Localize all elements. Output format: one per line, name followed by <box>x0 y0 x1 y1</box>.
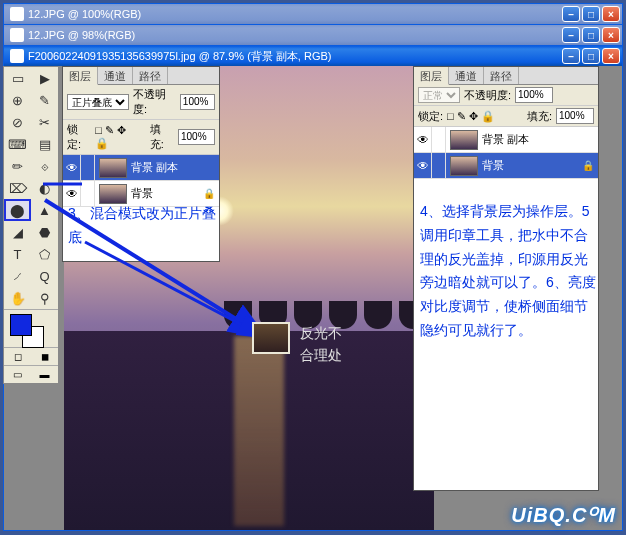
foreground-color-swatch[interactable] <box>10 314 32 336</box>
minimize-button[interactable]: – <box>562 6 580 22</box>
layer-name: 背景 副本 <box>131 160 219 175</box>
lock-icon: 🔒 <box>203 188 215 199</box>
standard-mode-icon[interactable]: ◻ <box>4 348 31 365</box>
maximize-button[interactable]: □ <box>582 27 600 43</box>
blend-mode-select[interactable]: 正片叠底 <box>67 94 129 110</box>
maximize-button[interactable]: □ <box>582 6 600 22</box>
fill-input[interactable]: 100% <box>556 108 594 124</box>
tool-20[interactable]: ✋ <box>4 287 31 309</box>
lock-icons[interactable]: □ ✎ ✥ 🔒 <box>95 124 141 150</box>
title-2: 12.JPG @ 98%(RGB) <box>28 29 562 41</box>
tab-channels[interactable]: 通道 <box>98 67 133 84</box>
layer-thumbnail <box>99 184 127 204</box>
titlebar-1[interactable]: ▦ 12.JPG @ 100%(RGB) – □ × <box>4 4 622 24</box>
tool-11[interactable]: ◐ <box>31 177 58 199</box>
tab-channels[interactable]: 通道 <box>449 67 484 84</box>
visibility-icon[interactable]: 👁 <box>63 155 81 180</box>
link-cell[interactable] <box>81 155 95 180</box>
screen-mode-2-icon[interactable]: ▬ <box>31 366 58 383</box>
lock-icon: 🔒 <box>582 160 594 171</box>
doc-icon: ▦ <box>10 28 24 42</box>
layer-name: 背景 副本 <box>482 132 598 147</box>
annotation-left: 3、混合模式改为正片叠底 <box>68 202 218 250</box>
doc-icon: ▦ <box>10 49 24 63</box>
minimize-button[interactable]: – <box>562 48 580 64</box>
visibility-icon[interactable]: 👁 <box>414 127 432 152</box>
visibility-icon[interactable]: 👁 <box>414 153 432 178</box>
tab-paths[interactable]: 路径 <box>484 67 519 84</box>
close-button[interactable]: × <box>602 27 620 43</box>
close-button[interactable]: × <box>602 6 620 22</box>
panel-tabs: 图层 通道 路径 <box>63 67 219 85</box>
close-button[interactable]: × <box>602 48 620 64</box>
screen-mode-1-icon[interactable]: ▭ <box>4 366 31 383</box>
tool-18[interactable]: ⟋ <box>4 265 31 287</box>
tool-5[interactable]: ✂ <box>31 111 58 133</box>
tab-paths[interactable]: 路径 <box>133 67 168 84</box>
lock-label: 锁定: <box>418 109 443 124</box>
tool-0[interactable]: ▭ <box>4 67 31 89</box>
tool-10[interactable]: ⌦ <box>4 177 31 199</box>
layer-thumbnail <box>99 158 127 178</box>
minimize-button[interactable]: – <box>562 27 580 43</box>
tool-6[interactable]: ⌨ <box>4 133 31 155</box>
titlebar-3[interactable]: ▦ F20060224091935135639975l.jpg @ 87.9% … <box>4 46 622 66</box>
panel-tabs: 图层 通道 路径 <box>414 67 598 85</box>
tool-12[interactable]: ⬤ <box>4 199 31 221</box>
watermark: UiBQ.CᴼM <box>511 503 616 527</box>
titlebar-2[interactable]: ▦ 12.JPG @ 98%(RGB) – □ × <box>4 25 622 45</box>
annotation-right: 4、选择背景层为操作层。5 调用印章工具，把水中不合理的反光盖掉，印源用反光旁边… <box>420 200 598 343</box>
callout-thumbnail <box>252 322 290 354</box>
layer-name: 背景 <box>131 186 203 201</box>
tool-16[interactable]: T <box>4 243 31 265</box>
callout-label: 反光不 合理处 <box>300 322 342 367</box>
tool-4[interactable]: ⊘ <box>4 111 31 133</box>
link-cell[interactable] <box>432 153 446 178</box>
tool-1[interactable]: ▶ <box>31 67 58 89</box>
color-swatches <box>4 309 58 347</box>
toolbox: ▭▶⊕✎⊘✂⌨▤✏⟐⌦◐⬤▲◢⬣T⬠⟋Q✋⚲ ◻ ◼ ▭ ▬ <box>3 66 59 384</box>
tab-layers[interactable]: 图层 <box>414 67 449 85</box>
tool-19[interactable]: Q <box>31 265 58 287</box>
layer-name: 背景 <box>482 158 582 173</box>
lock-icons[interactable]: □ ✎ ✥ 🔒 <box>447 110 495 123</box>
quickmask-mode-icon[interactable]: ◼ <box>31 348 58 365</box>
fill-label: 填充: <box>150 122 174 152</box>
reflection-shape <box>234 336 284 526</box>
blend-mode-select[interactable]: 正常 <box>418 87 460 103</box>
layer-item[interactable]: 👁背景🔒 <box>414 153 598 179</box>
tool-3[interactable]: ✎ <box>31 89 58 111</box>
tool-9[interactable]: ⟐ <box>31 155 58 177</box>
opacity-label: 不透明度: <box>464 88 511 103</box>
opacity-label: 不透明度: <box>133 87 176 117</box>
tool-13[interactable]: ▲ <box>31 199 58 221</box>
tool-15[interactable]: ⬣ <box>31 221 58 243</box>
tool-21[interactable]: ⚲ <box>31 287 58 309</box>
lock-label: 锁定: <box>67 122 91 152</box>
layer-thumbnail <box>450 156 478 176</box>
tool-17[interactable]: ⬠ <box>31 243 58 265</box>
tool-7[interactable]: ▤ <box>31 133 58 155</box>
layer-thumbnail <box>450 130 478 150</box>
layer-item[interactable]: 👁背景 副本 <box>63 155 219 181</box>
link-cell[interactable] <box>432 127 446 152</box>
title-1: 12.JPG @ 100%(RGB) <box>28 8 562 20</box>
fill-label: 填充: <box>527 109 552 124</box>
tool-2[interactable]: ⊕ <box>4 89 31 111</box>
opacity-input[interactable]: 100% <box>180 94 215 110</box>
bridge-shape <box>64 301 434 331</box>
tool-8[interactable]: ✏ <box>4 155 31 177</box>
opacity-input[interactable]: 100% <box>515 87 553 103</box>
doc-icon: ▦ <box>10 7 24 21</box>
layer-item[interactable]: 👁背景 副本 <box>414 127 598 153</box>
title-3: F20060224091935135639975l.jpg @ 87.9% (背… <box>28 49 562 64</box>
maximize-button[interactable]: □ <box>582 48 600 64</box>
tool-14[interactable]: ◢ <box>4 221 31 243</box>
fill-input[interactable]: 100% <box>178 129 215 145</box>
tab-layers[interactable]: 图层 <box>63 67 98 85</box>
